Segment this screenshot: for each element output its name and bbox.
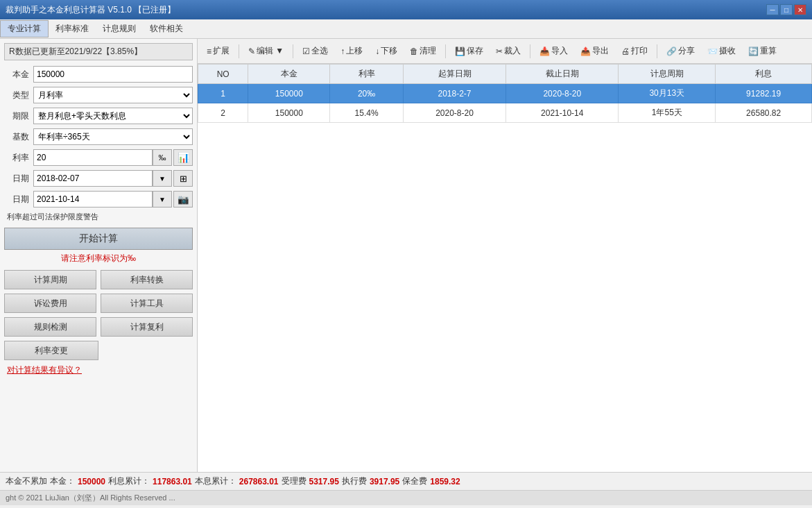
principal-input[interactable] bbox=[33, 66, 193, 83]
type-row: 类型 月利率 bbox=[4, 87, 193, 103]
minimize-button[interactable]: ─ bbox=[766, 4, 779, 15]
main-layout: R数据已更新至2021/9/22【3.85%】 本金 类型 月利率 期限 整月利… bbox=[0, 39, 812, 472]
rate-change-button[interactable]: 利率变更 bbox=[4, 341, 98, 360]
warning-text: 利率超过司法保护限度警告 bbox=[4, 212, 193, 222]
window-controls: ─ □ ✕ bbox=[766, 4, 806, 15]
action-buttons-grid: 计算周期 利率转换 诉讼费用 计算工具 规则检测 计算复利 bbox=[4, 270, 193, 337]
col-interest: 利息 bbox=[716, 65, 812, 84]
interest-accum-value: 117863.01 bbox=[153, 477, 192, 486]
cut-label: 裁入 bbox=[504, 45, 521, 57]
right-panel: ≡ 扩展 ✎ 编辑 ▼ ☑ 全选 ↑ 上移 ↓ 下移 🗑 bbox=[198, 39, 812, 472]
toolbar-import-button[interactable]: 📥 导入 bbox=[535, 43, 573, 59]
cell-period: 30月13天 bbox=[619, 84, 716, 103]
toolbar-moveup-button[interactable]: ↑ 上移 bbox=[336, 43, 368, 59]
start-date-row: 日期 ▼ ⊞ bbox=[4, 170, 193, 187]
selectall-icon: ☑ bbox=[302, 46, 310, 56]
data-table: NO 本金 利率 起算日期 截止日期 计息周期 利息 115000020‰201… bbox=[198, 64, 812, 123]
cut-icon: ✂ bbox=[496, 46, 503, 56]
export-label: 导出 bbox=[592, 45, 609, 57]
principal-interest-value: 267863.01 bbox=[239, 477, 279, 486]
cell-no: 2 bbox=[198, 103, 248, 123]
rate-chart-button[interactable]: 📊 bbox=[173, 149, 193, 166]
menu-item-professional[interactable]: 专业计算 bbox=[0, 20, 49, 37]
start-date-input[interactable] bbox=[33, 170, 153, 187]
clear-icon: 🗑 bbox=[410, 46, 418, 56]
rate-unit-button[interactable]: ‰ bbox=[153, 149, 172, 166]
expand-icon: ≡ bbox=[207, 46, 211, 56]
litigation-button[interactable]: 诉讼费用 bbox=[4, 294, 96, 313]
toolbar-share-button[interactable]: 🔗 分享 bbox=[662, 43, 700, 59]
toolbar-receive-button[interactable]: 📨 摄收 bbox=[702, 43, 741, 59]
toolbar-selectall-button[interactable]: ☑ 全选 bbox=[297, 43, 333, 59]
toolbar-sep-5 bbox=[657, 44, 657, 58]
moveup-label: 上移 bbox=[346, 45, 363, 57]
guarantee-fee-value: 1859.32 bbox=[430, 477, 460, 486]
period-label: 期限 bbox=[4, 110, 29, 122]
base-label: 基数 bbox=[4, 131, 29, 143]
toolbar-sep-2 bbox=[293, 44, 293, 58]
base-select[interactable]: 年利率÷365天 bbox=[33, 128, 193, 145]
app-title: 裁判助手之本金利息计算器 V5.1.0 【已注册】 bbox=[6, 4, 175, 16]
start-date-picker-button[interactable]: ▼ bbox=[153, 170, 172, 187]
cell-startDate: 2018-2-7 bbox=[403, 84, 506, 103]
period-select[interactable]: 整月利息+零头天数利息 bbox=[33, 108, 193, 124]
calc-tool-button[interactable]: 计算工具 bbox=[101, 294, 193, 313]
guarantee-fee-label: 保全费 bbox=[402, 475, 427, 487]
toolbar-clear-button[interactable]: 🗑 清理 bbox=[405, 43, 441, 59]
base-row: 基数 年利率÷365天 bbox=[4, 128, 193, 145]
copyright-text: ght © 2021 LiuJian（刘坚）All Rights Reserve… bbox=[6, 493, 175, 503]
toolbar-export-button[interactable]: 📤 导出 bbox=[576, 43, 614, 59]
toolbar-save-button[interactable]: 💾 保存 bbox=[450, 43, 488, 59]
cell-startDate: 2020-8-20 bbox=[403, 103, 506, 123]
col-rate: 利率 bbox=[330, 65, 404, 84]
menu-item-rate-standard[interactable]: 利率标准 bbox=[49, 21, 96, 37]
toolbar-edit-button[interactable]: ✎ 编辑 ▼ bbox=[243, 43, 288, 59]
title-bar: 裁判助手之本金利息计算器 V5.1.0 【已注册】 ─ □ ✕ bbox=[0, 0, 812, 19]
dispute-link[interactable]: 对计算结果有异议？ bbox=[4, 365, 82, 375]
table-row[interactable]: 115000020‰2018-2-72020-8-2030月13天91282.1… bbox=[198, 84, 812, 103]
start-date-label: 日期 bbox=[4, 173, 29, 185]
col-principal: 本金 bbox=[248, 65, 330, 84]
print-icon: 🖨 bbox=[621, 46, 630, 56]
rate-change-row: 利率变更 bbox=[4, 341, 193, 360]
rate-label: 利率 bbox=[4, 152, 29, 164]
calc-compound-button[interactable]: 计算复利 bbox=[101, 317, 193, 337]
type-select[interactable]: 月利率 bbox=[33, 87, 193, 103]
maximize-button[interactable]: □ bbox=[780, 4, 793, 15]
toolbar-movedown-button[interactable]: ↓ 下移 bbox=[370, 43, 402, 59]
rate-input[interactable] bbox=[33, 149, 153, 166]
start-date-extra-button[interactable]: ⊞ bbox=[173, 170, 193, 187]
interest-accum-label: 利息累计： bbox=[108, 475, 150, 487]
start-calc-button[interactable]: 开始计算 bbox=[4, 228, 193, 250]
calc-period-button[interactable]: 计算周期 bbox=[4, 270, 96, 289]
period-row: 期限 整月利息+零头天数利息 bbox=[4, 108, 193, 124]
rule-check-button[interactable]: 规则检测 bbox=[4, 317, 96, 337]
principal-row: 本金 bbox=[4, 66, 193, 83]
end-date-picker-button[interactable]: ▼ bbox=[153, 191, 172, 208]
manage-fee-value: 5317.95 bbox=[309, 477, 339, 486]
rate-convert-button[interactable]: 利率转换 bbox=[101, 270, 193, 289]
info-bar: R数据已更新至2021/9/22【3.85%】 bbox=[4, 43, 193, 60]
type-label: 类型 bbox=[4, 90, 29, 101]
table-row[interactable]: 215000015.4%2020-8-202021-10-141年55天2658… bbox=[198, 103, 812, 123]
col-start-date: 起算日期 bbox=[403, 65, 506, 84]
import-label: 导入 bbox=[551, 45, 568, 57]
selectall-label: 全选 bbox=[311, 45, 328, 57]
expand-label: 扩展 bbox=[213, 45, 230, 57]
cell-rate: 15.4% bbox=[330, 103, 404, 123]
table-container: NO 本金 利率 起算日期 截止日期 计息周期 利息 115000020‰201… bbox=[198, 64, 812, 472]
movedown-label: 下移 bbox=[381, 45, 397, 57]
toolbar-print-button[interactable]: 🖨 打印 bbox=[616, 43, 653, 59]
close-button[interactable]: ✕ bbox=[794, 4, 806, 15]
cell-endDate: 2020-8-20 bbox=[506, 84, 619, 103]
save-icon: 💾 bbox=[455, 46, 465, 56]
toolbar-cut-button[interactable]: ✂ 裁入 bbox=[491, 43, 526, 59]
manage-fee-label: 受理费 bbox=[282, 475, 306, 487]
menu-item-software[interactable]: 软件相关 bbox=[143, 21, 190, 37]
end-date-camera-button[interactable]: 📷 bbox=[173, 191, 193, 208]
toolbar-sep-1 bbox=[239, 44, 239, 58]
toolbar-expand-button[interactable]: ≡ 扩展 bbox=[202, 43, 234, 59]
end-date-input[interactable] bbox=[33, 191, 153, 208]
menu-item-interest-rules[interactable]: 计息规则 bbox=[96, 21, 143, 37]
toolbar-recalc-button[interactable]: 🔄 重算 bbox=[743, 43, 781, 59]
